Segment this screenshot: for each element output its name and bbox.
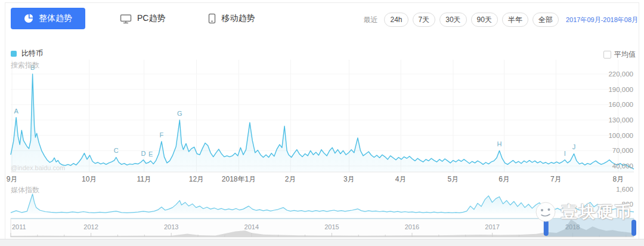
series-legend: 比特币 (11, 48, 43, 59)
mobile-phone-icon (208, 13, 216, 24)
x-axis-tick-label: 5月 (448, 175, 459, 183)
series-color-swatch (11, 51, 17, 57)
recent-label: 最近 (363, 15, 377, 25)
tab-overall-trend[interactable]: 整体趋势 (11, 8, 85, 29)
date-range-picker[interactable]: 2017年09月-2018年08月 (566, 16, 638, 24)
x-axis-tick-label: 2月 (285, 175, 296, 183)
trend-tabs: 整体趋势 PC趋势 移动趋势 (11, 8, 263, 29)
timeline-year-2011: 2011 (12, 223, 26, 230)
x-axis-tick-label: 8月 (613, 175, 624, 183)
x-axis-tick-label: 9月 (7, 175, 18, 183)
range-button-30天[interactable]: 30天 (439, 13, 466, 27)
timeline-year-2016: 2016 (405, 223, 419, 230)
desktop-monitor-icon (120, 14, 132, 24)
x-axis-tick-label: 6月 (499, 175, 510, 183)
timeline-year-2012: 2012 (83, 223, 98, 230)
range-button-全部[interactable]: 全部 (532, 13, 559, 27)
brand-watermark-text: 壹块硬币 (561, 201, 633, 223)
range-button-90天[interactable]: 90天 (471, 13, 498, 27)
timeline-year-2014: 2014 (244, 223, 259, 230)
average-checkbox[interactable] (603, 51, 611, 59)
range-button-7天[interactable]: 7天 (413, 13, 436, 27)
x-axis-tick-label: 2018年1月 (222, 175, 256, 183)
range-pill-group: 24h7天30天90天半年全部 (384, 13, 558, 27)
x-axis-tick-label: 3月 (343, 175, 355, 183)
series-legend-label: 比特币 (21, 48, 43, 59)
brand-watermark: 壹块硬币 (534, 201, 633, 223)
timeline-year-2013: 2013 (164, 223, 178, 230)
pie-chart-icon (24, 14, 33, 23)
average-label: 平均值 (614, 50, 636, 60)
media-y-tick-label: 1,600 (616, 186, 633, 193)
range-button-半年[interactable]: 半年 (502, 13, 528, 27)
tab-label: PC趋势 (137, 13, 165, 24)
brand-coin-icon (534, 201, 557, 223)
range-button-24h[interactable]: 24h (384, 13, 408, 27)
x-axis-tick-label: 12月 (189, 175, 204, 183)
tab-label: 移动趋势 (221, 13, 255, 24)
tab-label: 整体趋势 (39, 13, 72, 24)
media-index-title: 媒体指数 (11, 186, 39, 194)
tab-mobile-trend[interactable]: 移动趋势 (200, 8, 263, 29)
tab-pc-trend[interactable]: PC趋势 (112, 8, 174, 29)
x-axis-tick-label: 10月 (82, 175, 97, 183)
average-toggle[interactable]: 平均值 (603, 50, 636, 60)
baidu-index-trend-widget: 整体趋势 PC趋势 移动趋势 最近 24h7天30天90天半年全部 (0, 0, 644, 246)
search-index-plot-area[interactable] (11, 60, 634, 172)
timeline-year-2017: 2017 (485, 223, 499, 230)
bottom-band (0, 239, 644, 246)
x-axis-tick-label: 4月 (395, 175, 407, 183)
x-axis-tick-label: 7月 (550, 175, 562, 183)
timeline-year-2015: 2015 (324, 223, 339, 230)
time-range-controls: 最近 24h7天30天90天半年全部 2017年09月-2018年08月 (363, 13, 638, 27)
x-axis-tick-label: 11月 (137, 175, 151, 183)
